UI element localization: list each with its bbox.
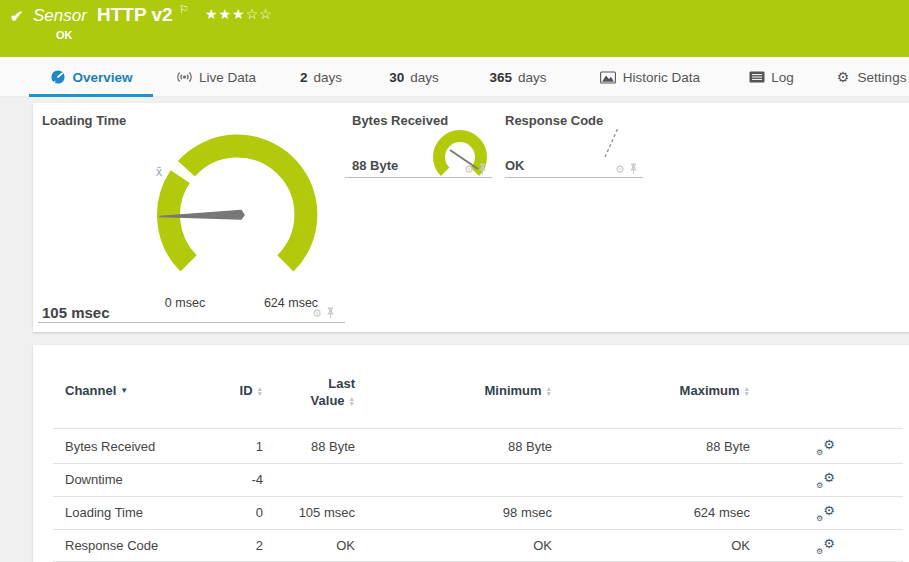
response-code-gauge [595,120,635,165]
channel-settings-gears-icon[interactable]: ⚙⚙ [816,438,836,456]
column-header-id[interactable]: ID ▲▼ [173,383,263,398]
channel-last-value: OK [265,529,355,562]
sort-icons: ▲▼ [349,396,355,406]
channel-minimum: 88 Byte [462,430,552,463]
tab-live-data-label: Live Data [199,70,256,85]
sort-desc-icon: ▼ [120,386,128,395]
channel-maximum: OK [660,529,750,562]
channel-maximum [660,463,750,496]
tab-settings-label: Settings [858,70,907,85]
tab-2-days-number: 2 [300,70,308,85]
widget-pin-icon[interactable] [478,163,487,175]
widget-pin-icon[interactable] [629,163,638,175]
channel-id: 2 [173,529,263,562]
channel-settings-gears-icon[interactable]: ⚙⚙ [816,504,836,522]
column-header-channel[interactable]: Channel ▼ [65,383,128,398]
loading-time-gauge [147,125,337,295]
active-tab-underline [29,94,153,97]
gauge-icon [49,69,66,85]
average-marker: x̄ [156,165,162,179]
tab-overview-label: Overview [72,70,132,85]
channel-settings-gears-icon[interactable]: ⚙⚙ [816,471,836,489]
sensor-status-badge: OK [56,29,73,41]
loading-time-value: 105 msec [42,304,110,321]
tab-2-days[interactable]: 2 days [290,57,352,97]
tab-historic-data[interactable]: Historic Data [592,57,708,97]
table-row: Loading Time 0 105 msec 98 msec 624 msec… [33,496,909,529]
response-code-widget-actions: ⚙ [615,163,638,175]
prtg-sensor-page: ✔ Sensor HTTP v2 ⚐ ★★★☆☆ OK Overview Liv… [0,0,909,562]
section-divider [38,322,345,323]
tab-settings[interactable]: ⚙ Settings [832,57,909,97]
response-code-value: OK [505,158,525,173]
sort-icons: ▲▼ [744,386,750,396]
historic-chart-icon [600,69,617,85]
header-divider [53,428,903,429]
column-header-minimum[interactable]: Minimum ▲▼ [462,383,552,398]
channel-name-link[interactable]: Response Code [65,529,158,562]
channel-settings-gears-icon[interactable]: ⚙⚙ [816,537,836,555]
tab-365-days-unit: days [518,70,547,85]
response-code-gauge-title: Response Code [505,113,603,128]
gauges-panel: Loading Time x̄ 0 msec 624 msec 105 msec… [33,103,909,332]
table-header-row: Channel ▼ ID ▲▼ Last Value ▲▼ Minimum ▲▼… [33,345,909,428]
channel-last-value: 105 msec [265,496,355,529]
bytes-received-widget-actions: ⚙ [464,163,487,175]
tab-live-data[interactable]: Live Data [168,57,264,97]
widget-gear-icon[interactable]: ⚙ [464,164,474,174]
gauge-needle [605,128,618,157]
table-row: Response Code 2 OK OK OK ⚙⚙ [33,529,909,562]
sort-icons: ▲▼ [257,386,263,396]
bytes-received-gauge [430,127,494,189]
channel-last-value [265,463,355,496]
widget-gear-icon[interactable]: ⚙ [615,164,625,174]
tab-log-label: Log [771,70,794,85]
section-divider [505,177,643,178]
gauge-min-label: 0 msec [135,296,235,310]
priority-stars[interactable]: ★★★☆☆ [205,6,273,22]
channel-id: 0 [173,496,263,529]
bytes-received-gauge-title: Bytes Received [352,113,448,128]
settings-gear-icon: ⚙ [835,69,852,85]
channel-last-value: 88 Byte [265,430,355,463]
channel-id: 1 [173,430,263,463]
status-ok-check-icon: ✔ [10,7,23,26]
widget-pin-icon[interactable] [326,307,335,319]
loading-time-widget-actions: ⚙ [312,307,335,319]
favorite-flag-icon[interactable]: ⚐ [179,3,189,16]
loading-time-gauge-title: Loading Time [42,113,126,128]
object-kind-label: Sensor [33,6,87,26]
tab-bar: Overview Live Data 2 days 30 days 365 da… [0,57,909,97]
sort-icons: ▲▼ [546,386,552,396]
table-row: Bytes Received 1 88 Byte 88 Byte 88 Byte… [33,430,909,463]
channels-table-panel: Channel ▼ ID ▲▼ Last Value ▲▼ Minimum ▲▼… [33,345,909,562]
bytes-received-value: 88 Byte [352,158,398,173]
channel-minimum: OK [462,529,552,562]
sensor-title: HTTP v2 [97,4,173,26]
tab-365-days-number: 365 [489,70,512,85]
column-header-last-value[interactable]: Last Value ▲▼ [265,375,355,409]
channel-name-link[interactable]: Loading Time [65,496,143,529]
tab-30-days-number: 30 [389,70,404,85]
section-divider [345,177,492,178]
sensor-status-header: ✔ Sensor HTTP v2 ⚐ ★★★☆☆ OK [0,0,909,57]
column-header-maximum[interactable]: Maximum ▲▼ [660,383,750,398]
tab-30-days-unit: days [410,70,439,85]
tab-365-days[interactable]: 365 days [478,57,558,97]
log-list-icon [748,69,765,85]
tab-2-days-unit: days [313,70,342,85]
live-data-icon [176,69,193,85]
tab-30-days[interactable]: 30 days [378,57,450,97]
tab-historic-data-label: Historic Data [623,70,700,85]
channel-name-link[interactable]: Downtime [65,463,123,496]
channel-minimum [462,463,552,496]
widget-gear-icon[interactable]: ⚙ [312,308,322,318]
channel-name-link[interactable]: Bytes Received [65,430,155,463]
channel-minimum: 98 msec [462,496,552,529]
channel-maximum: 624 msec [660,496,750,529]
channel-maximum: 88 Byte [660,430,750,463]
table-row: Downtime -4 ⚙⚙ [33,463,909,496]
channel-id: -4 [173,463,263,496]
tab-overview[interactable]: Overview [29,57,153,97]
tab-log[interactable]: Log [738,57,804,97]
